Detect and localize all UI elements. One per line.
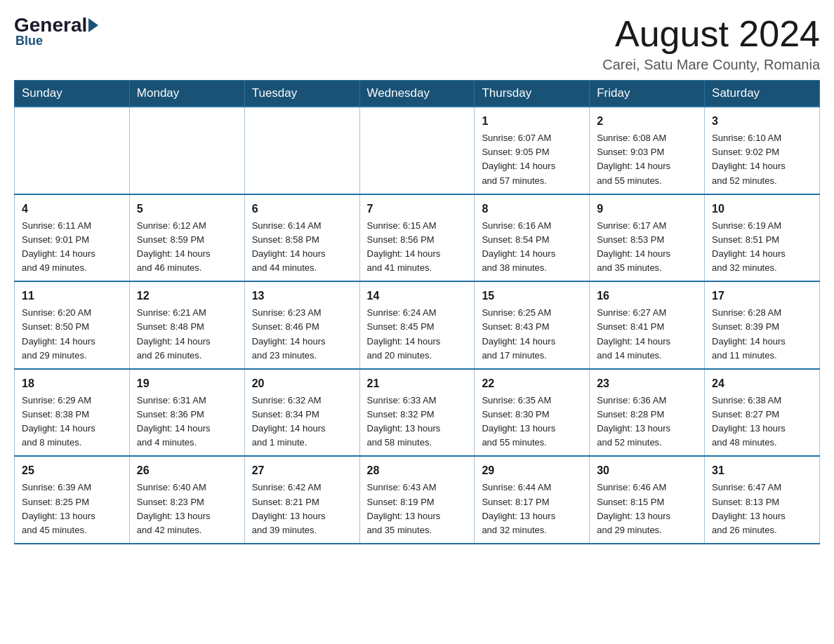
calendar-cell: 7Sunrise: 6:15 AMSunset: 8:56 PMDaylight… [359,194,475,282]
day-number: 20 [252,375,352,392]
calendar-cell: 23Sunrise: 6:36 AMSunset: 8:28 PMDayligh… [590,369,705,457]
calendar-cell: 28Sunrise: 6:43 AMSunset: 8:19 PMDayligh… [359,456,475,544]
calendar-cell: 16Sunrise: 6:27 AMSunset: 8:41 PMDayligh… [590,281,705,369]
calendar-cell: 6Sunrise: 6:14 AMSunset: 8:58 PMDaylight… [244,194,359,282]
day-info: Sunrise: 6:36 AMSunset: 8:28 PMDaylight:… [597,395,670,448]
calendar-cell: 5Sunrise: 6:12 AMSunset: 8:59 PMDaylight… [129,194,244,282]
day-number: 5 [137,201,237,217]
calendar-cell: 21Sunrise: 6:33 AMSunset: 8:32 PMDayligh… [359,369,475,457]
day-info: Sunrise: 6:16 AMSunset: 8:54 PMDaylight:… [482,220,555,273]
calendar-cell: 10Sunrise: 6:19 AMSunset: 8:51 PMDayligh… [705,194,820,282]
week-row-4: 18Sunrise: 6:29 AMSunset: 8:38 PMDayligh… [15,369,820,457]
calendar-cell: 25Sunrise: 6:39 AMSunset: 8:25 PMDayligh… [15,456,130,544]
day-info: Sunrise: 6:33 AMSunset: 8:32 PMDaylight:… [367,395,441,448]
day-info: Sunrise: 6:08 AMSunset: 9:03 PMDaylight:… [597,133,670,185]
calendar-cell: 26Sunrise: 6:40 AMSunset: 8:23 PMDayligh… [129,456,244,544]
day-number: 3 [712,113,812,130]
day-number: 1 [482,113,582,130]
day-info: Sunrise: 6:31 AMSunset: 8:36 PMDaylight:… [137,395,211,448]
day-info: Sunrise: 6:40 AMSunset: 8:23 PMDaylight:… [137,482,211,535]
day-info: Sunrise: 6:17 AMSunset: 8:53 PMDaylight:… [597,220,670,273]
calendar-cell: 4Sunrise: 6:11 AMSunset: 9:01 PMDaylight… [15,194,130,282]
day-number: 15 [482,288,582,304]
weekday-header-saturday: Saturday [705,81,820,107]
day-info: Sunrise: 6:46 AMSunset: 8:15 PMDaylight:… [597,482,670,535]
page-header: General Blue August 2024 Carei, Satu Mar… [14,14,820,73]
day-info: Sunrise: 6:10 AMSunset: 9:02 PMDaylight:… [712,133,786,185]
day-info: Sunrise: 6:15 AMSunset: 8:56 PMDaylight:… [367,220,441,273]
calendar-cell: 13Sunrise: 6:23 AMSunset: 8:46 PMDayligh… [244,281,359,369]
calendar-cell: 20Sunrise: 6:32 AMSunset: 8:34 PMDayligh… [244,369,359,457]
calendar-cell: 30Sunrise: 6:46 AMSunset: 8:15 PMDayligh… [590,456,705,544]
day-info: Sunrise: 6:23 AMSunset: 8:46 PMDaylight:… [252,307,326,360]
logo-arrow-icon [88,18,98,32]
week-row-5: 25Sunrise: 6:39 AMSunset: 8:25 PMDayligh… [15,456,820,544]
day-number: 22 [482,375,582,392]
day-number: 19 [137,375,237,392]
day-number: 6 [252,201,352,217]
calendar-cell: 12Sunrise: 6:21 AMSunset: 8:48 PMDayligh… [129,281,244,369]
day-info: Sunrise: 6:14 AMSunset: 8:58 PMDaylight:… [252,220,326,273]
weekday-header-tuesday: Tuesday [244,81,359,107]
calendar-cell [244,107,359,194]
week-row-3: 11Sunrise: 6:20 AMSunset: 8:50 PMDayligh… [15,281,820,369]
day-number: 10 [712,201,812,217]
week-row-1: 1Sunrise: 6:07 AMSunset: 9:05 PMDaylight… [15,107,820,194]
day-number: 26 [137,462,237,479]
day-number: 29 [482,462,582,479]
day-info: Sunrise: 6:20 AMSunset: 8:50 PMDaylight:… [22,307,95,360]
weekday-header-wednesday: Wednesday [359,81,475,107]
calendar-cell [129,107,244,194]
logo: General Blue [14,14,100,48]
day-info: Sunrise: 6:12 AMSunset: 8:59 PMDaylight:… [137,220,211,273]
day-info: Sunrise: 6:21 AMSunset: 8:48 PMDaylight:… [137,307,211,360]
day-number: 11 [22,288,122,304]
calendar-cell: 8Sunrise: 6:16 AMSunset: 8:54 PMDaylight… [475,194,590,282]
day-number: 16 [597,288,697,304]
day-number: 13 [252,288,352,304]
day-info: Sunrise: 6:11 AMSunset: 9:01 PMDaylight:… [22,220,95,273]
weekday-header-row: SundayMondayTuesdayWednesdayThursdayFrid… [15,81,820,107]
calendar-cell: 17Sunrise: 6:28 AMSunset: 8:39 PMDayligh… [705,281,820,369]
calendar-cell: 2Sunrise: 6:08 AMSunset: 9:03 PMDaylight… [590,107,705,194]
day-number: 17 [712,288,812,304]
calendar-cell [15,107,130,194]
day-number: 23 [597,375,697,392]
day-info: Sunrise: 6:27 AMSunset: 8:41 PMDaylight:… [597,307,670,360]
weekday-header-sunday: Sunday [15,81,130,107]
day-number: 14 [367,288,468,304]
day-info: Sunrise: 6:07 AMSunset: 9:05 PMDaylight:… [482,133,555,185]
calendar-cell: 22Sunrise: 6:35 AMSunset: 8:30 PMDayligh… [475,369,590,457]
day-info: Sunrise: 6:44 AMSunset: 8:17 PMDaylight:… [482,482,555,535]
week-row-2: 4Sunrise: 6:11 AMSunset: 9:01 PMDaylight… [15,194,820,282]
day-info: Sunrise: 6:35 AMSunset: 8:30 PMDaylight:… [482,395,555,448]
calendar-table: SundayMondayTuesdayWednesdayThursdayFrid… [14,80,820,544]
calendar-cell: 9Sunrise: 6:17 AMSunset: 8:53 PMDaylight… [590,194,705,282]
calendar-cell: 27Sunrise: 6:42 AMSunset: 8:21 PMDayligh… [244,456,359,544]
day-number: 9 [597,201,697,217]
day-number: 4 [22,201,122,217]
day-info: Sunrise: 6:19 AMSunset: 8:51 PMDaylight:… [712,220,786,273]
calendar-cell: 18Sunrise: 6:29 AMSunset: 8:38 PMDayligh… [15,369,130,457]
weekday-header-friday: Friday [590,81,705,107]
location-text: Carei, Satu Mare County, Romania [602,57,820,73]
day-number: 7 [367,201,468,217]
calendar-cell: 14Sunrise: 6:24 AMSunset: 8:45 PMDayligh… [359,281,475,369]
day-info: Sunrise: 6:28 AMSunset: 8:39 PMDaylight:… [712,307,786,360]
calendar-cell: 3Sunrise: 6:10 AMSunset: 9:02 PMDaylight… [705,107,820,194]
calendar-cell: 1Sunrise: 6:07 AMSunset: 9:05 PMDaylight… [475,107,590,194]
day-info: Sunrise: 6:32 AMSunset: 8:34 PMDaylight:… [252,395,326,448]
day-info: Sunrise: 6:25 AMSunset: 8:43 PMDaylight:… [482,307,555,360]
day-number: 8 [482,201,582,217]
day-info: Sunrise: 6:29 AMSunset: 8:38 PMDaylight:… [22,395,95,448]
day-info: Sunrise: 6:38 AMSunset: 8:27 PMDaylight:… [712,395,786,448]
weekday-header-monday: Monday [129,81,244,107]
day-info: Sunrise: 6:42 AMSunset: 8:21 PMDaylight:… [252,482,326,535]
calendar-cell: 15Sunrise: 6:25 AMSunset: 8:43 PMDayligh… [475,281,590,369]
day-number: 24 [712,375,812,392]
day-number: 31 [712,462,812,479]
day-number: 18 [22,375,122,392]
calendar-cell: 24Sunrise: 6:38 AMSunset: 8:27 PMDayligh… [705,369,820,457]
day-info: Sunrise: 6:24 AMSunset: 8:45 PMDaylight:… [367,307,441,360]
calendar-cell: 29Sunrise: 6:44 AMSunset: 8:17 PMDayligh… [475,456,590,544]
